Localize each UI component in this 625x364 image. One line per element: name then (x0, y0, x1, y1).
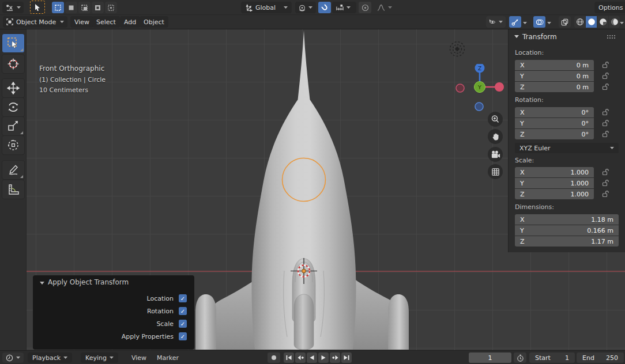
scale-x-field[interactable]: X1.000 (515, 167, 594, 177)
current-frame-field[interactable]: 1 (469, 352, 511, 363)
mode-dropdown[interactable]: Object Mode (3, 16, 67, 28)
menu-select[interactable]: Select (92, 16, 120, 28)
gizmo-x-axis[interactable] (495, 82, 504, 92)
location-y-field[interactable]: Y0 m (515, 71, 594, 81)
select-mode-intersect-button[interactable] (105, 2, 117, 13)
play-reverse-button[interactable] (307, 352, 317, 363)
zoom-view-button[interactable] (488, 112, 503, 127)
select-mode-extend-button[interactable] (65, 2, 77, 13)
frame-start-field[interactable]: Start1 (529, 352, 575, 363)
chevron-down-icon[interactable] (620, 22, 624, 24)
location-z-field[interactable]: Z0 m (515, 82, 594, 92)
options-button[interactable]: Options (594, 2, 625, 13)
rotation-z-field[interactable]: Z0° (515, 129, 594, 139)
menu-add[interactable]: Add (120, 16, 140, 28)
transform-orientation-dropdown[interactable]: Global (241, 2, 292, 13)
play-button[interactable] (318, 352, 329, 363)
collapse-triangle-icon[interactable] (40, 282, 44, 285)
rotation-x-field[interactable]: X0° (515, 107, 594, 117)
editor-type-selector[interactable] (2, 2, 24, 13)
gizmo-x-neg-axis[interactable] (456, 84, 464, 92)
timeline-view-menu[interactable]: View (131, 352, 146, 363)
active-tool-button[interactable] (30, 1, 45, 14)
shading-wireframe-button[interactable] (574, 16, 585, 28)
cursor-tool-button[interactable] (2, 54, 25, 74)
proportional-falloff-dropdown[interactable] (374, 2, 397, 13)
timeline-marker-menu[interactable]: Marker (157, 352, 179, 363)
lock-location-z-icon[interactable] (602, 83, 609, 91)
dimensions-y-field[interactable]: Y0.166 m (515, 225, 619, 236)
select-mode-invert-button[interactable] (92, 2, 104, 13)
navigation-gizmo[interactable]: Z Y (453, 64, 506, 111)
frame-end-field[interactable]: End250 (577, 352, 624, 363)
proportional-editing-button[interactable] (359, 2, 371, 13)
lock-scale-y-icon[interactable] (602, 179, 609, 187)
lock-scale-z-icon[interactable] (602, 190, 609, 198)
apply-rotation-label: Rotation (147, 308, 174, 315)
select-mode-subtract-button[interactable] (78, 2, 91, 13)
collapse-triangle-icon[interactable] (514, 35, 519, 38)
measure-tool-button[interactable] (2, 180, 25, 199)
shading-rendered-button[interactable] (609, 16, 620, 28)
rocket-model[interactable] (195, 31, 409, 350)
lock-rotation-y-icon[interactable] (602, 119, 609, 127)
lock-rotation-x-icon[interactable] (602, 108, 609, 116)
shading-solid-button[interactable] (586, 16, 597, 28)
timeline-editor-selector[interactable] (2, 352, 24, 363)
jump-to-end-button[interactable] (341, 352, 352, 363)
pivot-point-icon (299, 4, 306, 12)
gizmo-z-neg-axis[interactable] (475, 103, 483, 111)
rotation-mode-dropdown[interactable]: XYZ Euler (515, 143, 619, 153)
snap-toggle-button[interactable] (318, 2, 331, 13)
menu-object[interactable]: Object (140, 16, 168, 28)
lock-rotation-z-icon[interactable] (602, 130, 609, 138)
apply-scale-checkbox[interactable]: ✓ (179, 320, 187, 328)
select-mode-set-button[interactable] (52, 2, 64, 13)
prev-keyframe-button[interactable] (295, 352, 306, 363)
rotation-y-field[interactable]: Y0° (515, 118, 594, 128)
annotate-tool-button[interactable] (2, 160, 25, 180)
location-x-field[interactable]: X0 m (515, 60, 594, 70)
scale-tool-button[interactable] (2, 116, 25, 136)
dimensions-z-field[interactable]: Z1.17 m (515, 236, 619, 247)
move-tool-button[interactable] (2, 78, 25, 98)
shading-material-button[interactable] (597, 16, 608, 28)
apply-properties-checkbox[interactable]: ✓ (179, 332, 187, 340)
dimensions-x-field[interactable]: X1.18 m (515, 214, 619, 225)
lock-scale-x-icon[interactable] (602, 168, 609, 176)
jump-to-start-button[interactable] (284, 352, 294, 363)
menu-view[interactable]: View (70, 16, 93, 28)
xray-toggle-button[interactable] (559, 16, 571, 28)
camera-view-button[interactable] (488, 147, 503, 162)
visibility-dropdown[interactable] (486, 16, 506, 28)
zoom-icon (491, 115, 500, 124)
menu-add-label: Add (124, 18, 136, 26)
chevron-down-icon[interactable] (547, 22, 551, 24)
perspective-toggle-button[interactable] (488, 164, 503, 179)
menu-object-label: Object (144, 18, 164, 26)
panel-drag-handle[interactable] (607, 35, 615, 39)
rotate-tool-button[interactable] (2, 97, 25, 117)
scale-tool-icon (7, 120, 20, 132)
auto-keying-time-button[interactable] (514, 352, 526, 363)
scale-y-field[interactable]: Y1.000 (515, 178, 594, 188)
playback-menu[interactable]: Playback (28, 352, 72, 363)
keying-menu[interactable]: Keying (81, 352, 118, 363)
apply-location-checkbox[interactable]: ✓ (179, 294, 187, 302)
transform-tool-button[interactable] (2, 135, 25, 155)
lock-location-x-icon[interactable] (602, 61, 609, 69)
apply-rotation-checkbox[interactable]: ✓ (179, 307, 187, 315)
pan-view-button[interactable] (488, 129, 503, 144)
select-box-tool-button[interactable] (2, 33, 25, 53)
lock-location-y-icon[interactable] (602, 72, 609, 80)
chevron-down-icon[interactable] (523, 22, 527, 24)
visibility-eye-icon (489, 18, 496, 25)
record-button[interactable] (268, 352, 280, 363)
snap-with-dropdown[interactable] (332, 2, 356, 13)
next-keyframe-button[interactable] (330, 352, 340, 363)
overlays-toggle-button[interactable] (533, 16, 545, 28)
scale-z-field[interactable]: Z1.000 (515, 189, 594, 199)
gizmos-toggle-button[interactable] (509, 16, 521, 28)
light-object[interactable] (450, 42, 465, 56)
pivot-point-dropdown[interactable] (295, 2, 316, 13)
